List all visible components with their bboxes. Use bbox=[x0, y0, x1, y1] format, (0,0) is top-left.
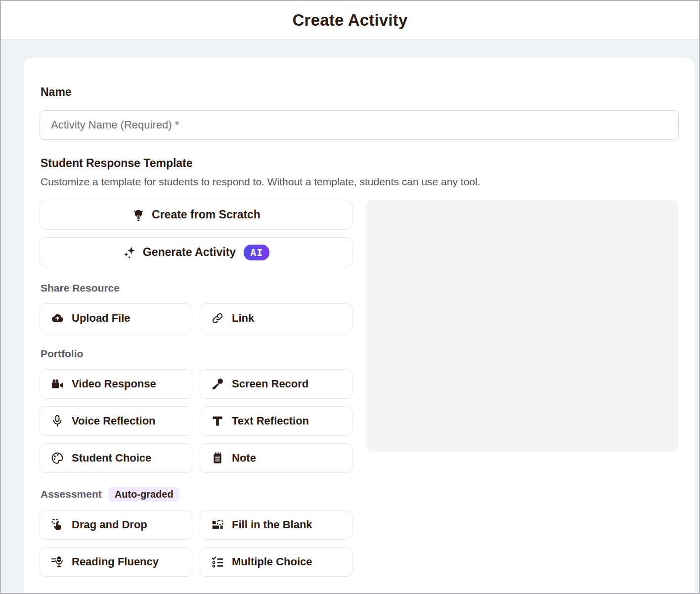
modal-header: Create Activity bbox=[1, 1, 699, 40]
generate-activity-label: Generate Activity bbox=[143, 246, 236, 259]
portfolio-heading: Portfolio bbox=[41, 348, 352, 360]
screen-record-button[interactable]: Screen Record bbox=[200, 369, 352, 399]
form-card: Name Student Response Template Customize… bbox=[24, 58, 695, 593]
student-choice-button[interactable]: Student Choice bbox=[40, 443, 192, 473]
checklist-icon bbox=[211, 555, 224, 569]
upload-file-label: Upload File bbox=[72, 312, 131, 325]
create-from-scratch-label: Create from Scratch bbox=[152, 208, 261, 221]
page-title: Create Activity bbox=[293, 11, 408, 30]
link-icon bbox=[211, 311, 224, 325]
note-label: Note bbox=[232, 452, 256, 465]
reading-fluency-button[interactable]: Reading Fluency bbox=[40, 547, 192, 577]
voice-reflection-button[interactable]: Voice Reflection bbox=[40, 406, 192, 436]
voice-reflection-label: Voice Reflection bbox=[72, 415, 156, 427]
lightbulb-icon bbox=[131, 208, 145, 222]
microphone-icon bbox=[50, 414, 64, 428]
reading-mic-icon bbox=[50, 555, 64, 569]
handheld-mic-icon bbox=[211, 377, 224, 391]
create-from-scratch-button[interactable]: Create from Scratch bbox=[40, 200, 352, 230]
drag-and-drop-label: Drag and Drop bbox=[72, 518, 147, 531]
link-label: Link bbox=[232, 312, 254, 325]
share-resource-heading: Share Resource bbox=[41, 282, 352, 294]
student-choice-label: Student Choice bbox=[72, 452, 151, 465]
fill-in-the-blank-label: Fill in the Blank bbox=[232, 518, 312, 531]
generate-activity-button[interactable]: Generate Activity AI bbox=[40, 237, 352, 267]
note-button[interactable]: Note bbox=[200, 443, 352, 473]
sparkles-icon bbox=[123, 246, 136, 259]
link-button[interactable]: Link bbox=[200, 303, 352, 333]
video-response-label: Video Response bbox=[72, 378, 156, 390]
multiple-choice-button[interactable]: Multiple Choice bbox=[200, 547, 352, 577]
assessment-heading-row: Assessment Auto-graded bbox=[41, 487, 352, 502]
modal-body: Name Student Response Template Customize… bbox=[1, 40, 699, 593]
blocks-blank-icon bbox=[211, 518, 224, 532]
assessment-heading: Assessment bbox=[41, 488, 102, 500]
text-reflection-label: Text Reflection bbox=[232, 415, 309, 427]
template-section-title: Student Response Template bbox=[41, 157, 679, 170]
screen-record-label: Screen Record bbox=[232, 378, 308, 390]
video-response-button[interactable]: Video Response bbox=[40, 369, 192, 399]
cloud-upload-icon bbox=[50, 311, 64, 325]
share-resource-grid: Upload File Link bbox=[40, 303, 352, 333]
activity-name-input[interactable] bbox=[40, 110, 679, 140]
upload-file-button[interactable]: Upload File bbox=[40, 303, 192, 333]
notepad-icon bbox=[211, 451, 224, 465]
template-options-column: Create from Scratch Generate Activity AI… bbox=[40, 200, 352, 577]
multiple-choice-label: Multiple Choice bbox=[232, 555, 312, 568]
template-preview-panel bbox=[366, 200, 679, 452]
reading-fluency-label: Reading Fluency bbox=[72, 555, 159, 568]
template-section-description: Customize a template for students to res… bbox=[41, 176, 679, 188]
fill-in-the-blank-button[interactable]: Fill in the Blank bbox=[200, 510, 352, 540]
create-activity-modal: Create Activity Name Student Response Te… bbox=[0, 0, 700, 594]
drag-drop-icon bbox=[50, 518, 64, 532]
video-camera-icon bbox=[50, 377, 64, 391]
portfolio-grid: Video Response Screen Record bbox=[40, 369, 352, 473]
assessment-grid: Drag and Drop Fill in the Blank bbox=[40, 510, 352, 577]
palette-icon bbox=[50, 451, 64, 465]
name-label: Name bbox=[41, 85, 679, 98]
letter-t-icon bbox=[211, 414, 224, 428]
auto-graded-badge: Auto-graded bbox=[109, 487, 179, 502]
ai-badge: AI bbox=[244, 245, 269, 260]
text-reflection-button[interactable]: Text Reflection bbox=[200, 406, 352, 436]
template-content-row: Create from Scratch Generate Activity AI… bbox=[40, 200, 679, 577]
drag-and-drop-button[interactable]: Drag and Drop bbox=[40, 510, 192, 540]
